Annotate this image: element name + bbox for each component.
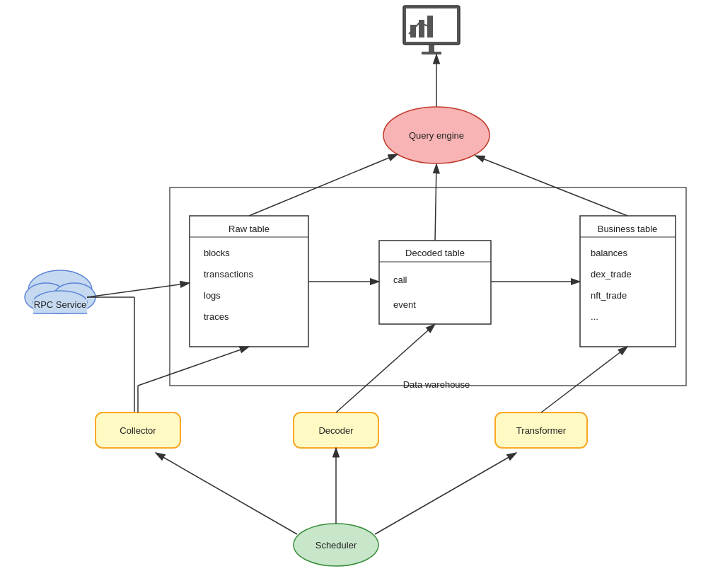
raw-transactions: transactions: [204, 269, 254, 279]
arrow-business-to-qe: [475, 156, 627, 216]
rpc-service-label: RPC Service: [34, 299, 86, 310]
decoded-event: event: [393, 299, 416, 310]
raw-logs: logs: [204, 290, 221, 301]
transformer-label: Transformer: [516, 425, 567, 436]
decoder-label: Decoder: [318, 425, 354, 436]
business-dex-trade: dex_trade: [591, 269, 632, 279]
arrow-decoded-to-qe: [435, 164, 436, 241]
business-nft-trade: nft_trade: [591, 290, 627, 301]
raw-blocks: blocks: [204, 248, 230, 258]
arrow-collector-to-raw: [138, 347, 249, 386]
raw-traces: traces: [204, 311, 229, 322]
arrow-raw-to-qe: [249, 154, 398, 216]
arrow-decoder-to-decoded: [336, 324, 435, 413]
arrow-scheduler-to-transformer: [375, 453, 516, 534]
arrow-scheduler-to-collector: [156, 453, 297, 534]
business-dots: ...: [591, 311, 598, 322]
arrow-rpc-to-raw: [87, 283, 190, 297]
monitor-icon: [403, 6, 460, 54]
scheduler-label: Scheduler: [315, 540, 357, 550]
decoded-table-label: Decoded table: [405, 248, 465, 258]
business-balances: balances: [591, 248, 628, 258]
rpc-service-node: RPC Service: [25, 270, 95, 313]
arrow-transformer-to-business: [541, 347, 627, 413]
svg-rect-8: [422, 52, 441, 54]
raw-table-label: Raw table: [228, 224, 270, 234]
data-warehouse-label: Data warehouse: [403, 379, 470, 390]
raw-table-box: [190, 216, 308, 347]
decoded-call: call: [393, 275, 407, 285]
collector-label: Collector: [120, 425, 156, 436]
svg-rect-7: [429, 45, 434, 52]
query-engine-label: Query engine: [409, 130, 464, 141]
business-table-label: Business table: [598, 224, 658, 234]
business-table-box: [580, 216, 676, 347]
